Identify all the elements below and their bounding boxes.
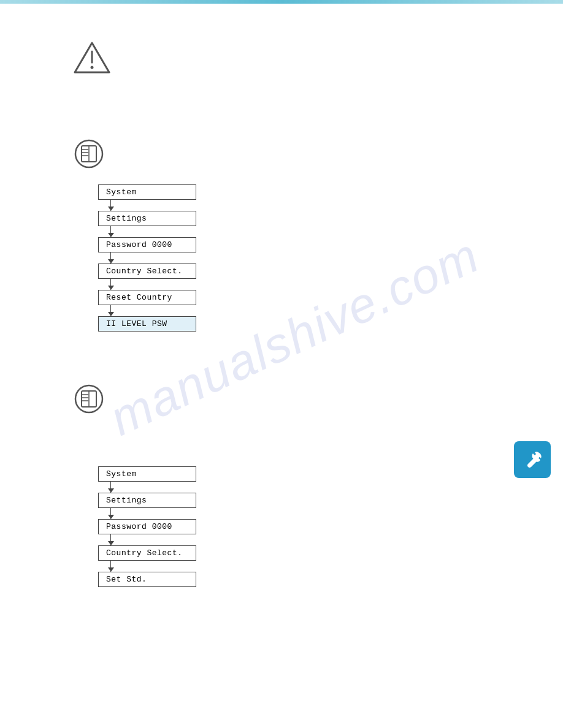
flow1-arrow-3 xyxy=(110,279,111,290)
flow1-box-0: System xyxy=(98,184,196,200)
flow1-arrow-1 xyxy=(110,226,111,237)
flow2-arrow-1 xyxy=(110,508,111,519)
flow2-box-0: System xyxy=(98,466,196,482)
flow2-arrow-3 xyxy=(110,561,111,572)
gap4 xyxy=(37,374,526,384)
flow2-box-4: Set Std. xyxy=(98,572,196,587)
flow2-arrow-2 xyxy=(110,534,111,545)
flow2-arrow-0 xyxy=(110,482,111,493)
gap5 xyxy=(37,430,526,448)
page-content: SystemSettingsPassword 0000Country Selec… xyxy=(0,4,563,630)
flow1-box-4: Reset Country xyxy=(98,290,196,305)
flow1-arrow-4 xyxy=(110,305,111,316)
flow1-box-3: Country Select. xyxy=(98,264,196,279)
book-icon-1 xyxy=(74,138,104,169)
svg-point-2 xyxy=(91,66,94,69)
gap2 xyxy=(37,120,526,138)
gap6 xyxy=(37,448,526,466)
book-icon-2 xyxy=(74,384,104,414)
flow1-box-5: II LEVEL PSW xyxy=(98,316,196,332)
book-icon-section-1 xyxy=(74,138,526,172)
flow-diagram-1: SystemSettingsPassword 0000Country Selec… xyxy=(98,184,221,332)
flow2-box-3: Country Select. xyxy=(98,545,196,561)
book-icon-section-2 xyxy=(74,384,526,417)
gap1 xyxy=(37,102,526,120)
flow2-box-2: Password 0000 xyxy=(98,519,196,534)
warning-triangle-icon xyxy=(74,40,110,74)
warning-section xyxy=(74,40,526,77)
flow2-box-1: Settings xyxy=(98,493,196,508)
flow-diagram-2: SystemSettingsPassword 0000Country Selec… xyxy=(98,466,221,587)
gap3 xyxy=(37,356,526,374)
flow1-box-1: Settings xyxy=(98,211,196,226)
flow1-box-2: Password 0000 xyxy=(98,237,196,252)
flow1-arrow-2 xyxy=(110,252,111,264)
flow1-arrow-0 xyxy=(110,200,111,211)
